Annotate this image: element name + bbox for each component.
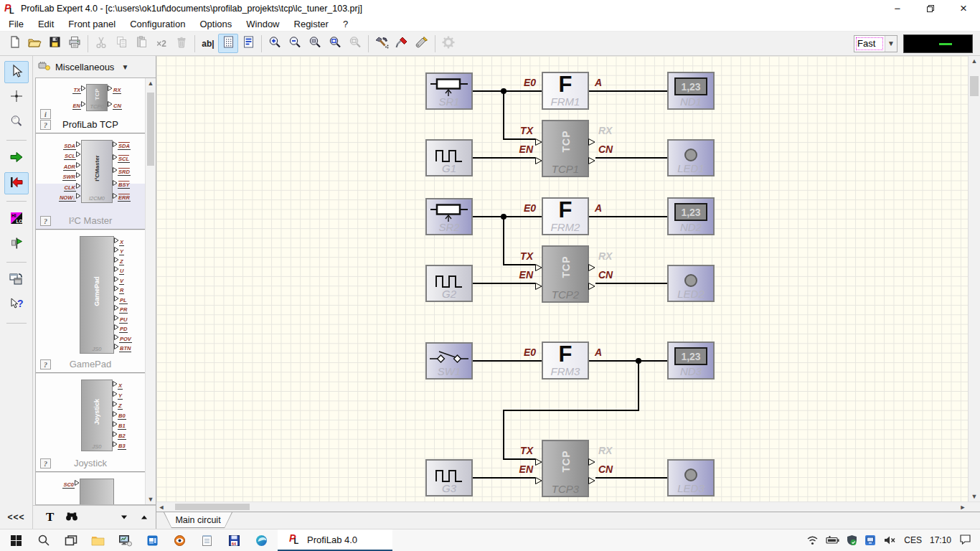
chevron-down-icon[interactable]: ▼ — [885, 36, 897, 52]
canvas-component-nd2[interactable]: 1,23ND2 — [667, 197, 715, 235]
text-tool-button[interactable]: ab| — [198, 34, 218, 53]
find-tool-button[interactable] — [65, 511, 78, 524]
hxd-editor-icon[interactable]: 64 — [225, 532, 243, 550]
menu-item-register[interactable]: Register — [287, 17, 336, 31]
canvas-component-frm3[interactable]: FFRM3 — [542, 342, 589, 380]
front-panel-editor-button[interactable] — [238, 34, 258, 53]
stop-simulation-button[interactable] — [4, 172, 29, 194]
hi-lo-levels-button[interactable]: HILO — [4, 208, 29, 230]
canvas-component-nd3[interactable]: 1,23ND3 — [667, 342, 715, 380]
scroll-right-icon[interactable]: ► — [958, 502, 968, 512]
menu-item-?[interactable]: ? — [336, 17, 355, 31]
canvas-component-tcp2[interactable]: TCPTCP2 — [542, 245, 589, 303]
canvas-component-frm2[interactable]: FFRM2 — [542, 197, 589, 235]
windows-start-icon[interactable] — [7, 532, 25, 550]
canvas-component-frm1[interactable]: FFRM1 — [542, 72, 589, 110]
canvas-component-sr1[interactable]: SR1 — [425, 72, 473, 110]
scroll-left-icon[interactable]: ◄ — [156, 502, 166, 512]
text-label-tool-button[interactable]: T — [46, 510, 54, 524]
menu-item-edit[interactable]: Edit — [31, 17, 61, 31]
battery-icon[interactable] — [826, 536, 839, 545]
library-category-header[interactable]: Miscellaneous ▼ — [33, 56, 156, 77]
scrollbar-thumb[interactable] — [970, 76, 979, 96]
zoom-in-button[interactable] — [265, 34, 285, 53]
tools-hammer-button[interactable] — [372, 34, 392, 53]
keyboard-layout[interactable]: CES — [904, 535, 922, 545]
scroll-up-icon[interactable]: ▲ — [146, 78, 156, 88]
tab-main-circuit[interactable]: Main circuit — [164, 512, 232, 528]
menu-item-window[interactable]: Window — [239, 17, 286, 31]
help-button[interactable]: ? — [40, 458, 51, 468]
new-document-button[interactable] — [4, 34, 24, 53]
zoom-out-button[interactable] — [285, 34, 305, 53]
grid-toggle-button[interactable] — [218, 34, 238, 53]
save-button[interactable] — [44, 34, 65, 53]
library-item-profilab-tcp[interactable]: TCPTCP0TXENRXCNProfiLab TCPi? — [36, 78, 145, 134]
cascade-windows-button[interactable] — [4, 269, 29, 291]
probe-flag-button[interactable] — [4, 233, 29, 255]
zoom-page-button[interactable] — [325, 34, 345, 53]
taskbar-active-app[interactable]: PL ProfiLab 4.0 — [278, 529, 392, 551]
edge-browser-icon[interactable] — [253, 532, 270, 550]
notification-bubble-icon[interactable] — [959, 534, 971, 547]
library-scrollbar[interactable]: ▲ ▼ — [145, 78, 156, 504]
help-button[interactable]: ? — [40, 359, 51, 369]
canvas-component-tcp3[interactable]: TCPTCP3 — [542, 440, 589, 497]
menu-item-front-panel[interactable]: Front panel — [61, 17, 123, 31]
circuit-canvas[interactable]: SR1FFRM1E0A1,23ND1TCPTCP1TXENRXCNG1LED1S… — [156, 56, 968, 501]
run-simulation-button[interactable] — [4, 147, 29, 169]
menu-item-options[interactable]: Options — [192, 17, 239, 31]
collapse-panel-button[interactable]: <<< — [0, 512, 32, 522]
canvas-component-g3[interactable]: G3 — [425, 459, 473, 496]
canvas-component-nd1[interactable]: 1,23ND1 — [667, 72, 715, 110]
library-item-i-c-master[interactable]: I²CMasterI2CM0SDASCLADRSWRCLKNOW↓SDASCLS… — [36, 134, 145, 230]
scroll-down-icon[interactable]: ▼ — [969, 491, 980, 501]
info-button[interactable]: i — [40, 109, 51, 119]
canvas-component-tcp1[interactable]: TCPTCP1 — [542, 120, 589, 177]
horizontal-scrollbar[interactable]: ◄ ► — [156, 502, 968, 512]
canvas-component-sw1[interactable]: SW1 — [425, 342, 473, 380]
scrollbar-thumb[interactable] — [147, 93, 154, 166]
file-explorer-icon[interactable] — [89, 532, 107, 550]
scroll-up-icon[interactable]: ▲ — [969, 56, 980, 66]
scroll-down-icon[interactable]: ▼ — [146, 494, 156, 504]
select-arrow-button[interactable] — [4, 61, 29, 83]
zoom-tool-button[interactable] — [4, 111, 29, 133]
move-down-button[interactable] — [120, 511, 128, 524]
menu-item-file[interactable]: File — [1, 17, 31, 31]
remote-desktop-icon[interactable] — [116, 532, 134, 550]
open-folder-button[interactable] — [24, 34, 44, 53]
defender-shield-icon[interactable] — [847, 534, 857, 546]
print-button[interactable] — [65, 34, 85, 53]
library-item-gamepad[interactable]: GamePadJS0XYZUVRPLPRPUPDPOVBTNGamePad? — [36, 230, 145, 374]
library-item-partial[interactable]: SC0 — [36, 473, 145, 505]
canvas-component-led2[interactable]: LED2 — [667, 265, 715, 302]
close-button[interactable]: × — [947, 0, 980, 17]
help-button[interactable]: ? — [40, 120, 51, 130]
canvas-component-led1[interactable]: LED1 — [667, 139, 715, 176]
move-up-button[interactable] — [140, 511, 149, 524]
speed-value[interactable]: Fast — [854, 36, 885, 52]
help-button[interactable]: ? — [40, 216, 51, 226]
canvas-component-g2[interactable]: G2 — [425, 265, 473, 302]
volume-muted-icon[interactable] — [883, 535, 896, 545]
canvas-component-g1[interactable]: G1 — [425, 139, 473, 176]
clock[interactable]: 17:10 — [930, 535, 951, 545]
scrollbar-thumb[interactable] — [175, 504, 250, 510]
solder-tool-button[interactable] — [412, 34, 432, 53]
eye-viewer-icon[interactable] — [171, 532, 189, 550]
context-help-button[interactable]: ? — [4, 294, 29, 316]
library-item-joystick[interactable]: JoystickJS0XYZB0B1B2B3Joystick? — [36, 374, 145, 473]
wire-tool-button[interactable] — [4, 86, 29, 108]
canvas-component-sr2[interactable]: SR2 — [425, 198, 473, 235]
menu-item-configuration[interactable]: Configuration — [123, 17, 192, 31]
minimize-button[interactable]: − — [881, 0, 914, 17]
windows-search-icon[interactable] — [34, 532, 52, 550]
wifi-icon[interactable] — [806, 535, 819, 545]
notepad-icon[interactable] — [198, 532, 216, 550]
restore-button[interactable] — [914, 0, 947, 17]
task-view-icon[interactable] — [62, 532, 80, 550]
canvas-component-led3[interactable]: LED3 — [667, 459, 715, 496]
network-app-icon[interactable] — [864, 534, 876, 546]
zoom-selection-button[interactable] — [305, 34, 325, 53]
